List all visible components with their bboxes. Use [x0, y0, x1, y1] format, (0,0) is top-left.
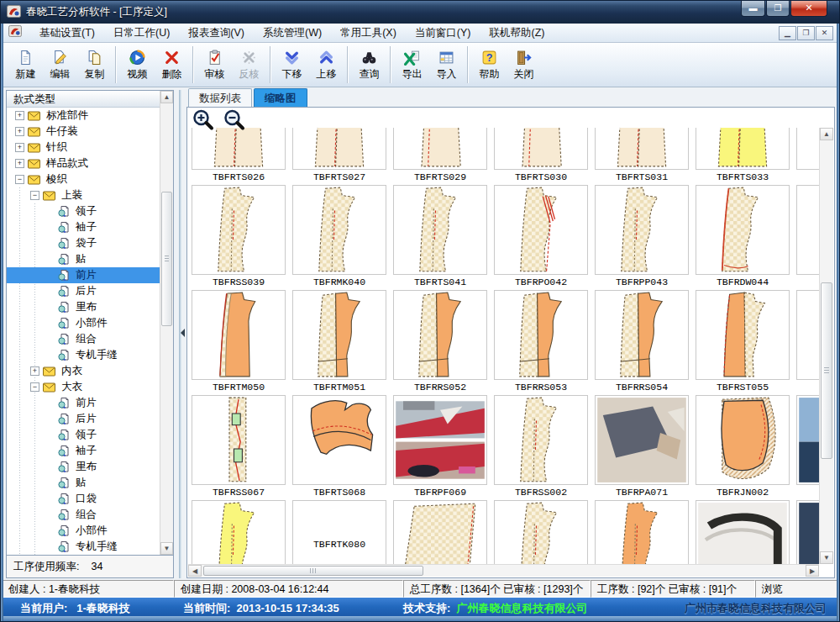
zoom-in-icon[interactable]: [192, 109, 215, 131]
thumbnail-cell[interactable]: TBFRJN002: [696, 395, 790, 499]
menu-item-2[interactable]: 报表查询(V): [179, 24, 254, 42]
tree-scrollbar[interactable]: ▲ ▼: [160, 91, 173, 555]
thumbnail-cell[interactable]: TBFRTS041: [393, 185, 487, 289]
thumbnail-cell[interactable]: [192, 500, 286, 564]
thumbnail-cell[interactable]: TBFRMK040: [292, 185, 386, 289]
grid-scroll-down-button[interactable]: ▼: [820, 551, 833, 564]
tree-scrollbar-thumb[interactable]: [161, 192, 172, 326]
tree-scroll-down-button[interactable]: ▼: [160, 542, 173, 555]
toolbar-button-new[interactable]: 新建: [8, 45, 43, 85]
thumbnail-cell[interactable]: TBFRTS031: [595, 128, 689, 184]
toolbar-button-video[interactable]: 视频: [120, 45, 155, 85]
tree-item[interactable]: 领子: [7, 203, 160, 219]
thumbnail-image[interactable]: [796, 128, 819, 170]
expand-plus-icon[interactable]: +: [15, 111, 24, 120]
tree-item[interactable]: 专机手缝: [7, 347, 160, 363]
tree-item[interactable]: 后片: [7, 283, 160, 299]
thumbnail-image[interactable]: [494, 290, 588, 380]
thumbnail-image[interactable]: [292, 290, 386, 380]
thumbnail-cell[interactable]: TBFRSS039: [192, 185, 286, 289]
close-button[interactable]: ✕: [790, 1, 827, 17]
thumbnail-image[interactable]: [393, 128, 487, 170]
thumbnail-cell[interactable]: TBFRRS054: [595, 290, 689, 394]
thumbnail-cell[interactable]: TBFRTS026: [192, 128, 286, 184]
thumbnail-image[interactable]: [192, 500, 286, 564]
grid-scroll-up-button[interactable]: ▲: [820, 128, 833, 140]
thumbnail-cell[interactable]: TBFRTK080: [292, 500, 386, 564]
expand-plus-icon[interactable]: +: [30, 366, 39, 376]
thumbnail-image[interactable]: [796, 290, 819, 380]
thumbnail-cell[interactable]: [696, 500, 790, 564]
thumbnail-image[interactable]: [292, 128, 386, 170]
thumbnail-cell[interactable]: TBFRRS053: [494, 290, 588, 394]
tree-item[interactable]: 里布: [7, 459, 160, 475]
thumbnail-cell[interactable]: TBFRTM051: [292, 290, 386, 394]
thumbnail-cell[interactable]: TBFRRS052: [393, 290, 487, 394]
tree-scroll-up-button[interactable]: ▲: [160, 91, 173, 103]
collapse-minus-icon[interactable]: −: [30, 382, 39, 392]
grid-horizontal-scrollbar[interactable]: ◀ ▶: [188, 564, 819, 577]
thumbnail-cell[interactable]: TBFRTS027: [292, 128, 386, 184]
thumbnail-image[interactable]: [192, 395, 286, 485]
thumbnail-cell[interactable]: TBFRSS067: [192, 395, 286, 499]
thumbnail-image[interactable]: [696, 290, 790, 380]
thumbnail-cell[interactable]: [796, 500, 819, 564]
grid-vscrollbar-thumb[interactable]: [821, 282, 832, 459]
thumbnail-cell[interactable]: TBFRPP043: [595, 185, 689, 289]
mdi-restore-button[interactable]: ❐: [797, 26, 815, 40]
maximize-button[interactable]: ❐: [766, 1, 790, 17]
thumbnail-image[interactable]: [192, 290, 286, 380]
tree-item[interactable]: 专机手缝: [7, 539, 160, 555]
thumbnail-cell[interactable]: [595, 500, 689, 564]
zoom-out-icon[interactable]: [223, 109, 246, 131]
thumbnail-image[interactable]: [393, 290, 487, 380]
thumbnail-cell[interactable]: TBFRTS029: [393, 128, 487, 184]
thumbnail-cell[interactable]: [393, 500, 487, 564]
tree-item[interactable]: 前片: [7, 395, 160, 411]
toolbar-button-export[interactable]: 导出: [395, 45, 429, 85]
grid-scroll-left-button[interactable]: ◀: [188, 565, 202, 577]
thumbnail-cell[interactable]: TBFRPO042: [494, 185, 588, 289]
tree-item[interactable]: +标准部件: [7, 108, 160, 124]
tree-item[interactable]: 袖子: [7, 443, 160, 459]
thumbnail-image[interactable]: [696, 128, 790, 170]
thumbnail-image[interactable]: [292, 395, 386, 485]
minimize-button[interactable]: ▬: [741, 1, 765, 17]
thumbnail-image[interactable]: [292, 185, 386, 275]
thumbnail-image[interactable]: [796, 395, 819, 485]
tree-item[interactable]: 小部件: [7, 523, 160, 539]
collapse-minus-icon[interactable]: −: [30, 191, 39, 200]
tree-item[interactable]: −上装: [7, 187, 160, 203]
tree-item[interactable]: +内衣: [7, 363, 160, 379]
thumbnail-image[interactable]: [696, 185, 790, 275]
thumbnail-cell[interactable]: TBFRPF069: [393, 395, 487, 499]
tree-item[interactable]: −梭织: [7, 171, 160, 187]
tree-item[interactable]: 里布: [7, 299, 160, 315]
thumbnail-image[interactable]: TBFRTK080: [292, 500, 386, 564]
toolbar-button-help[interactable]: ?帮助: [472, 45, 507, 85]
thumbnail-cell[interactable]: TBFRTS030: [494, 128, 588, 184]
thumbnail-cell[interactable]: [494, 500, 588, 564]
tree-item[interactable]: 袋子: [7, 235, 160, 251]
tree-item[interactable]: 组合: [7, 507, 160, 523]
toolbar-button-edit[interactable]: 编辑: [43, 45, 77, 85]
thumbnail-cell[interactable]: TBFRPA071: [595, 395, 689, 499]
tree-item[interactable]: 领子: [7, 427, 160, 443]
thumbnail-image[interactable]: [796, 500, 819, 564]
toolbar-button-delete[interactable]: 删除: [155, 45, 189, 85]
tree-item[interactable]: +牛仔装: [7, 124, 160, 140]
thumbnail-image[interactable]: [595, 290, 689, 380]
thumbnail-image[interactable]: [192, 128, 286, 170]
toolbar-button-import[interactable]: 导入: [429, 45, 464, 85]
thumbnail-cell[interactable]: TBFRTS068: [292, 395, 386, 499]
toolbar-button-move-up[interactable]: 上移: [309, 45, 344, 85]
thumbnail-image[interactable]: [494, 395, 588, 485]
thumbnail-image[interactable]: [696, 500, 790, 564]
collapse-minus-icon[interactable]: −: [15, 175, 24, 184]
menu-item-0[interactable]: 基础设置(T): [30, 24, 104, 42]
menu-item-5[interactable]: 当前窗口(Y): [406, 24, 480, 42]
grid-hscrollbar-thumb[interactable]: [203, 566, 423, 576]
mdi-minimize-button[interactable]: ▁: [779, 26, 796, 40]
expand-plus-icon[interactable]: +: [15, 127, 24, 136]
menu-item-6[interactable]: 联机帮助(Z): [480, 24, 554, 42]
